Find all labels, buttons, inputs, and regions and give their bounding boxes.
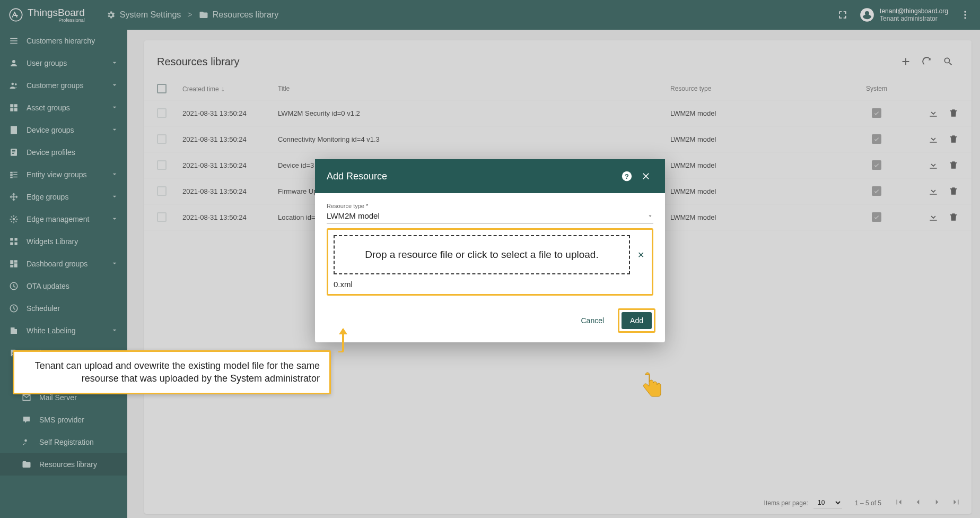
annotation-pointer-icon [641, 372, 664, 403]
selected-filename: 0.xml [334, 280, 646, 289]
cancel-button[interactable]: Cancel [574, 312, 610, 329]
modal-overlay[interactable]: Add Resource ? Resource type * LWM2M mod… [0, 0, 980, 518]
chevron-down-icon [647, 213, 653, 219]
resource-type-select[interactable]: LWM2M model [327, 209, 653, 224]
annotation-arrow-icon [334, 327, 352, 352]
help-button[interactable]: ? [619, 169, 634, 184]
close-button[interactable] [638, 169, 653, 184]
clear-file-button[interactable]: ✕ [635, 250, 646, 260]
add-confirm-button[interactable]: Add [622, 312, 652, 329]
resource-type-label: Resource type * [327, 203, 653, 209]
dialog-title: Add Resource [327, 171, 387, 182]
file-dropzone[interactable]: Drop a resource file or click to select … [334, 235, 630, 274]
upload-highlight: Drop a resource file or click to select … [327, 228, 653, 296]
svg-text:?: ? [625, 172, 629, 180]
add-button-highlight: Add [618, 308, 655, 333]
help-icon: ? [621, 170, 633, 182]
close-icon [641, 171, 651, 182]
annotation-callout: Tenant can upload and ovewrite the exist… [13, 350, 331, 394]
add-resource-dialog: Add Resource ? Resource type * LWM2M mod… [315, 159, 665, 342]
